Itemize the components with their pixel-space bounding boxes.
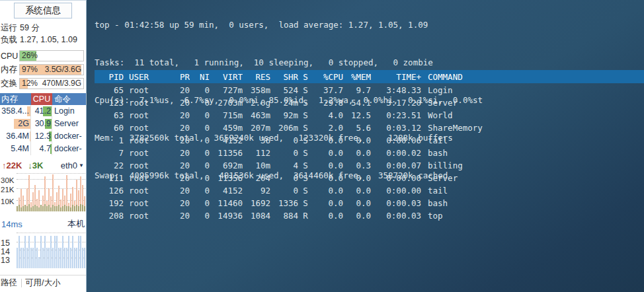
mini-table-row[interactable]: 358.4...41.2Login xyxy=(0,105,86,118)
net-down-bar xyxy=(26,206,28,211)
proc-cell: 207m xyxy=(243,122,270,134)
proc-cell: root xyxy=(124,134,167,147)
ping-bar xyxy=(30,248,32,268)
mini-header-memory[interactable]: 内存 xyxy=(0,93,31,105)
proc-header-cell: USER xyxy=(124,71,167,83)
proc-cell: 4152 xyxy=(210,184,243,197)
proc-cell: 0 xyxy=(270,172,298,184)
ping-bar xyxy=(56,236,58,268)
proc-cell: 9.7 xyxy=(343,84,371,96)
uptime-value: 59 分 xyxy=(20,22,40,34)
ping-bar xyxy=(26,248,28,268)
net-down-bar xyxy=(64,205,65,211)
proc-cell: 20 xyxy=(167,159,190,172)
net-down-bar xyxy=(34,205,36,211)
mini-table-row[interactable]: 2G30.9Server xyxy=(0,118,86,130)
proc-cell: 92 xyxy=(243,184,270,197)
net-ytick-21k: 21K xyxy=(1,186,14,194)
ping-host[interactable]: 本机 xyxy=(67,218,85,230)
cpu-gauge-label: CPU xyxy=(1,52,19,61)
disk-section: 路径 可用/大小 /dev 1.8G/1.8G xyxy=(0,275,86,292)
net-down-bar xyxy=(20,207,22,211)
disk-path-header: 路径 xyxy=(1,277,17,289)
ping-plot-area xyxy=(17,233,85,268)
ping-bar xyxy=(44,236,46,268)
ping-bar xyxy=(24,236,26,268)
ping-bar xyxy=(20,248,22,268)
net-down-bar xyxy=(54,206,56,211)
net-down-bar xyxy=(17,206,18,211)
ping-bar xyxy=(19,236,20,268)
process-row: 111root200113562040S0.00.00:00.00Server xyxy=(95,172,644,184)
proc-cell: 2.0 xyxy=(313,122,343,134)
network-traffic-graph: 30K 21K 10K xyxy=(0,172,86,213)
proc-header-cell: VIRT xyxy=(210,71,243,83)
proc-cell: bash xyxy=(421,197,644,209)
proc-cell: 0:23.51 xyxy=(371,109,421,122)
net-plot-area xyxy=(17,173,85,211)
proc-cell: 20 xyxy=(167,184,190,197)
proc-cell: billing xyxy=(421,159,644,172)
ping-ytick-15: 15 xyxy=(1,239,10,247)
network-stats-row: ↑22K ↓3K eth0 ▼ xyxy=(0,161,86,170)
proc-cell: root xyxy=(124,122,167,134)
net-ytick-10k: 10K xyxy=(1,198,14,205)
uptime-row: 运行 59 分 xyxy=(0,22,86,34)
chevron-down-icon: ▼ xyxy=(79,163,84,168)
proc-cell: 0 xyxy=(190,147,210,159)
ping-bar xyxy=(42,248,44,268)
mini-cpu-text: 4.7 xyxy=(40,144,51,153)
terminal[interactable]: top - 01:42:58 up 59 min, 0 users, load … xyxy=(87,0,644,292)
proc-cell: S xyxy=(298,147,313,159)
top-line-uptime: top - 01:42:58 up 59 min, 0 users, load … xyxy=(95,18,483,31)
proc-cell: Login xyxy=(421,84,644,96)
net-down-bar xyxy=(44,204,46,211)
ping-bar xyxy=(84,248,85,268)
proc-cell: 92m xyxy=(270,109,298,122)
proc-header-cell: PID xyxy=(95,71,124,83)
mini-header-cpu[interactable]: CPU xyxy=(31,93,52,105)
proc-cell: 3:17.20 xyxy=(371,96,421,109)
ping-bar xyxy=(54,236,56,268)
mini-header-command[interactable]: 命令 xyxy=(52,93,86,105)
proc-cell: 3:48.33 xyxy=(371,84,421,96)
proc-header-cell: PR xyxy=(167,71,190,83)
proc-cell: 0.0 xyxy=(313,197,343,209)
proc-cell: 0:00.07 xyxy=(371,159,421,172)
proc-cell: 20 xyxy=(167,122,190,134)
net-down-bar xyxy=(30,207,32,211)
ping-bar xyxy=(40,236,42,268)
interface-name: eth0 xyxy=(61,161,77,170)
proc-cell: 692m xyxy=(210,159,243,172)
mini-mem-text: 5.4M xyxy=(11,144,29,153)
net-down-bar xyxy=(68,206,69,211)
process-row: 192root2001146016921336S0.00.00:00.03bas… xyxy=(95,197,644,209)
mini-mem-text: 2G xyxy=(18,119,29,128)
memory-gauge-label: 内存 xyxy=(1,64,19,75)
mini-table-row[interactable]: 36.4M12.3docker- xyxy=(0,130,86,143)
proc-cell: 10m xyxy=(243,159,270,172)
proc-cell: 0 xyxy=(190,134,210,147)
proc-cell: 0:00.00 xyxy=(371,172,421,184)
mini-cmd: Login xyxy=(52,105,86,118)
proc-cell: 63 xyxy=(95,109,124,122)
net-down-bar xyxy=(70,207,71,211)
system-info-button[interactable]: 系统信息 xyxy=(14,3,72,18)
mini-cpu: 41.2 xyxy=(31,105,52,118)
proc-cell: 0.0 xyxy=(343,134,371,147)
proc-cell: Server xyxy=(421,96,644,109)
proc-cell: S xyxy=(298,96,313,109)
proc-cell: 0.0 xyxy=(343,209,371,222)
proc-cell: S xyxy=(298,197,313,209)
mini-table-row[interactable]: 5.4M4.7docker- xyxy=(0,143,86,155)
proc-cell: 20 xyxy=(167,209,190,222)
disk-header-divider xyxy=(21,279,22,287)
proc-cell: 4.0 xyxy=(313,109,343,122)
proc-cell: top xyxy=(421,209,644,222)
proc-cell: 11356 xyxy=(210,172,243,184)
mini-cpu: 4.7 xyxy=(31,143,52,155)
proc-cell: 11460 xyxy=(210,197,243,209)
proc-cell: 4 xyxy=(270,159,298,172)
process-row: 60root200459m207m206mS2.05.60:03.12Share… xyxy=(95,122,644,134)
interface-selector[interactable]: eth0 ▼ xyxy=(61,161,84,170)
